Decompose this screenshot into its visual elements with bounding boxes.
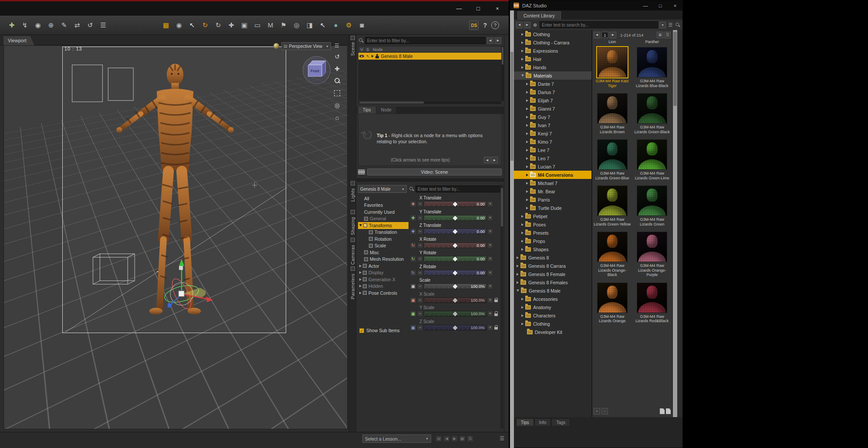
expander-icon[interactable] (526, 190, 528, 193)
decrement-button[interactable]: − (417, 215, 423, 221)
tree-item[interactable]: Guy 7 (514, 113, 591, 121)
expander-icon[interactable] (372, 55, 374, 57)
aim-view-icon[interactable]: ◎ (332, 101, 342, 110)
parameter-group-item[interactable]: Currently Used (358, 209, 409, 216)
pane-dock-icon[interactable] (351, 36, 355, 40)
orbit-reset-icon[interactable]: ↺ (84, 19, 96, 31)
frame-select-icon[interactable]: ▭ (252, 19, 263, 31)
geometry-editor-icon[interactable]: ✎ (58, 19, 70, 31)
parameter-group-item[interactable]: General (358, 216, 409, 222)
thumbnail-cell[interactable]: G3M-M4 Raw Lizards Orange (592, 283, 632, 323)
mesh-grabber-icon[interactable]: M (265, 19, 276, 31)
tree-item[interactable]: Ivan 7 (514, 121, 591, 129)
tree-item[interactable]: Turtle Dude (514, 204, 591, 212)
expander-icon[interactable] (521, 306, 524, 309)
tree-item[interactable]: Michael 7 (514, 179, 591, 187)
tab-shaping[interactable]: Shaping (350, 217, 355, 235)
slider-handle[interactable] (453, 284, 457, 289)
node-select-icon[interactable]: ↖ (186, 19, 198, 31)
tree-item[interactable]: Lucian 7 (514, 162, 591, 171)
expander-icon[interactable] (521, 298, 524, 300)
zoom-view-icon[interactable] (332, 77, 342, 85)
thumbnail-cell[interactable]: G3M-M4 Raw Lizards Orange-Purple (632, 232, 672, 277)
timeline-grid-icon[interactable]: ▤ (436, 435, 442, 442)
surface-flag-icon[interactable]: ⚑ (278, 19, 289, 31)
search-history-button[interactable]: ▼ (659, 22, 666, 28)
tree-item[interactable]: Clothing (514, 320, 591, 328)
titlebar[interactable]: — □ × (0, 1, 509, 16)
scene-tree-empty-area[interactable] (358, 60, 501, 101)
tree-item[interactable]: Lee 7 (514, 146, 591, 154)
thumbnail-image[interactable] (637, 232, 667, 262)
parameter-group-item[interactable]: All (358, 195, 409, 202)
file-page-icon[interactable] (666, 408, 671, 414)
expander-icon[interactable] (521, 58, 524, 61)
tree-item[interactable]: Props (514, 237, 591, 245)
expander-icon[interactable] (521, 248, 524, 251)
tree-item[interactable]: Poses (514, 220, 591, 229)
thumbnail-image[interactable] (637, 47, 667, 77)
expander-icon[interactable] (359, 271, 361, 274)
cube-front-face[interactable]: Front (308, 65, 322, 77)
expander-icon[interactable] (526, 199, 528, 201)
close-button[interactable]: × (668, 0, 682, 10)
expander-icon[interactable] (517, 281, 519, 284)
file-page-icon[interactable] (660, 408, 665, 414)
titlebar[interactable]: DS DAZ Studio — □ × (510, 0, 682, 10)
expander-icon[interactable] (517, 265, 519, 267)
tab-parameters[interactable]: Parameters (350, 273, 355, 299)
help-icon[interactable]: ? (491, 21, 499, 29)
slider-track[interactable]: 0.00 (424, 201, 486, 207)
animate-icon[interactable]: ▦ (160, 19, 172, 31)
menu-icon[interactable]: ☰ (667, 22, 674, 28)
info-tab[interactable]: Tips (516, 418, 534, 426)
figure-pair-icon[interactable]: ◎ (291, 19, 302, 31)
timeline-list-icon[interactable]: ☰ (467, 435, 473, 442)
lesson-selector[interactable]: Select a Lesson... ▼ (362, 435, 431, 443)
node-selector-dropdown[interactable]: Genesis 8 Male ▼ (358, 185, 407, 193)
frame-view-icon[interactable] (332, 89, 342, 98)
scene-horizontal-scrollbar[interactable] (358, 101, 501, 104)
scene-vertical-scrollbar[interactable] (501, 46, 504, 101)
tree-item[interactable]: Hands (514, 63, 591, 71)
decrement-button[interactable]: − (417, 283, 423, 289)
tree-item[interactable]: Materials (514, 71, 591, 80)
thumbnail-image[interactable] (597, 185, 628, 216)
tree-item[interactable]: Kimo 7 (514, 138, 591, 146)
tree-item[interactable]: Genesis 8 (514, 253, 591, 262)
expander-icon[interactable] (359, 224, 362, 226)
maximize-button[interactable]: □ (469, 1, 488, 16)
increment-button[interactable]: + (487, 270, 493, 276)
timeline-frames-icon[interactable]: ▦ (459, 435, 466, 442)
increment-button[interactable]: + (487, 229, 493, 234)
expander-icon[interactable] (517, 290, 519, 292)
expander-icon[interactable] (526, 182, 528, 185)
filter-prev-button[interactable]: ◀ (487, 37, 493, 44)
tree-item[interactable]: Genesis 8 Carrara (514, 262, 591, 270)
thumbnail-image[interactable] (637, 283, 667, 313)
slider-handle[interactable] (453, 256, 457, 261)
expander-icon[interactable] (526, 91, 528, 94)
expander-icon[interactable] (521, 323, 524, 325)
nav-forward-button[interactable]: ▶ (524, 22, 530, 28)
slider-handle[interactable] (453, 243, 457, 248)
page-prev-button[interactable]: ◀ (594, 32, 600, 38)
joint-editor-icon[interactable]: ⊕ (45, 19, 57, 31)
parameter-group-item[interactable]: Hidden (358, 283, 409, 290)
tree-item[interactable]: Expressions (514, 47, 591, 55)
show-sub-items-row[interactable]: ✓ Show Sub Items (359, 328, 399, 333)
thumbnail-image[interactable] (597, 139, 628, 170)
tree-item[interactable]: M4 Conversions (514, 171, 591, 179)
orbit-view-icon[interactable]: ↺ (332, 52, 342, 61)
zoom-in-button[interactable]: + (594, 408, 600, 414)
thumbnail-cell[interactable]: G3M-M4 Raw Lizards Green (632, 185, 672, 226)
expander-icon[interactable] (521, 50, 524, 52)
search-icon[interactable] (675, 22, 680, 27)
smart-content-icon[interactable]: ↯ (19, 19, 30, 31)
expander-icon[interactable] (521, 314, 524, 317)
tree-item[interactable]: Hair (514, 55, 591, 63)
slider-track[interactable]: 100.0% (424, 283, 486, 289)
viewport-canvas[interactable] (3, 45, 348, 429)
tree-item[interactable]: Developer Kit (514, 328, 591, 336)
close-button[interactable]: × (488, 1, 507, 16)
